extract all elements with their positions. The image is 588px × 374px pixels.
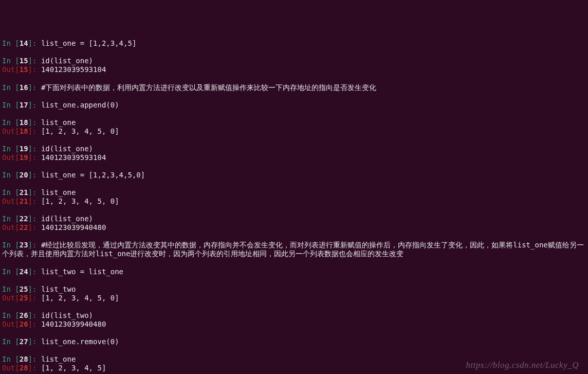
in-prompt-number: 24 xyxy=(20,268,28,276)
in-prompt-prefix: In [ xyxy=(2,311,20,319)
in-prompt-suffix: ]: xyxy=(28,355,41,363)
in-code: list_two = list_one xyxy=(41,268,123,276)
in-prompt-number: 14 xyxy=(20,39,28,47)
blank-line xyxy=(2,48,588,57)
in-code: id(list_one) xyxy=(41,215,93,223)
out-value: 140123039593104 xyxy=(41,153,106,162)
out-prompt-prefix: Out[ xyxy=(2,65,20,74)
in-prompt-suffix: ]: xyxy=(28,215,41,223)
out-prompt-suffix: ]: xyxy=(28,127,41,135)
in-line: In [19]: id(list_one) xyxy=(2,145,588,153)
in-line: In [18]: list_one xyxy=(2,118,588,127)
in-code: id(list_two) xyxy=(41,311,93,319)
in-prompt-number: 15 xyxy=(20,57,28,65)
in-prompt-number: 25 xyxy=(20,285,28,293)
in-prompt-suffix: ]: xyxy=(28,241,41,249)
out-prompt-number: 15 xyxy=(20,65,28,74)
in-prompt-suffix: ]: xyxy=(28,311,41,319)
out-prompt-suffix: ]: xyxy=(28,223,41,231)
in-prompt-prefix: In [ xyxy=(2,171,20,179)
in-line: In [28]: list_one xyxy=(2,355,588,364)
in-line: In [24]: list_two = list_one xyxy=(2,268,588,276)
in-code: list_one = [1,2,3,4,5,0] xyxy=(41,171,145,179)
blank-line xyxy=(2,110,588,118)
out-prompt-number: 21 xyxy=(20,197,28,205)
out-line: Out[25]: [1, 2, 3, 4, 5, 0] xyxy=(2,294,588,302)
in-code: list_one xyxy=(41,355,76,363)
in-prompt-prefix: In [ xyxy=(2,285,20,293)
in-prompt-number: 22 xyxy=(20,215,28,223)
out-prompt-number: 28 xyxy=(20,364,28,372)
in-prompt-suffix: ]: xyxy=(28,39,41,47)
out-prompt-prefix: Out[ xyxy=(2,197,20,205)
out-prompt-suffix: ]: xyxy=(28,153,41,162)
out-prompt-prefix: Out[ xyxy=(2,223,20,231)
in-prompt-prefix: In [ xyxy=(2,355,20,363)
in-code: id(list_one) xyxy=(41,57,93,65)
out-prompt-number: 26 xyxy=(20,320,28,328)
blank-line xyxy=(2,136,588,145)
out-prompt-prefix: Out[ xyxy=(2,320,20,328)
out-prompt-number: 19 xyxy=(20,153,28,162)
out-line: Out[21]: [1, 2, 3, 4, 5, 0] xyxy=(2,197,588,206)
out-value: 140123039940480 xyxy=(41,320,106,328)
out-line: Out[28]: [1, 2, 3, 4, 5] xyxy=(2,364,588,372)
blank-line xyxy=(2,232,588,241)
in-prompt-suffix: ]: xyxy=(28,145,41,153)
out-line: Out[26]: 140123039940480 xyxy=(2,320,588,329)
out-line: Out[19]: 140123039593104 xyxy=(2,153,588,162)
in-prompt-prefix: In [ xyxy=(2,101,20,109)
in-line: In [25]: list_two xyxy=(2,285,588,294)
in-prompt-prefix: In [ xyxy=(2,268,20,276)
in-prompt-suffix: ]: xyxy=(28,83,41,92)
out-value: [1, 2, 3, 4, 5, 0] xyxy=(41,127,119,135)
out-prompt-suffix: ]: xyxy=(28,320,41,328)
in-code: list_one xyxy=(41,118,76,127)
in-prompt-prefix: In [ xyxy=(2,188,20,197)
out-line: Out[15]: 140123039593104 xyxy=(2,65,588,74)
in-prompt-suffix: ]: xyxy=(28,57,41,65)
out-value: [1, 2, 3, 4, 5] xyxy=(41,364,106,372)
in-prompt-suffix: ]: xyxy=(28,337,41,346)
out-prompt-suffix: ]: xyxy=(28,294,41,302)
in-prompt-prefix: In [ xyxy=(2,39,20,47)
in-prompt-number: 28 xyxy=(20,355,28,363)
out-line: Out[18]: [1, 2, 3, 4, 5, 0] xyxy=(2,127,588,136)
in-line: In [17]: list_one.append(0) xyxy=(2,101,588,110)
out-line: Out[22]: 140123039940480 xyxy=(2,223,588,232)
blank-line xyxy=(2,180,588,188)
in-prompt-prefix: In [ xyxy=(2,337,20,346)
in-prompt-number: 21 xyxy=(20,188,28,197)
blank-line xyxy=(2,302,588,311)
blank-line xyxy=(2,162,588,171)
in-prompt-suffix: ]: xyxy=(28,101,41,109)
ipython-terminal[interactable]: In [14]: list_one = [1,2,3,4,5]In [15]: … xyxy=(2,39,588,374)
out-value: [1, 2, 3, 4, 5, 0] xyxy=(41,197,119,205)
in-line: In [15]: id(list_one) xyxy=(2,57,588,65)
in-code: id(list_one) xyxy=(41,145,93,153)
out-value: 140123039940480 xyxy=(41,223,106,231)
in-line: In [21]: list_one xyxy=(2,188,588,197)
in-prompt-number: 16 xyxy=(20,83,28,92)
out-prompt-number: 22 xyxy=(20,223,28,231)
in-prompt-number: 20 xyxy=(20,171,28,179)
blank-line xyxy=(2,75,588,83)
blank-line xyxy=(2,329,588,337)
out-prompt-suffix: ]: xyxy=(28,65,41,74)
blank-line xyxy=(2,276,588,285)
in-prompt-prefix: In [ xyxy=(2,118,20,127)
in-prompt-suffix: ]: xyxy=(28,188,41,197)
out-prompt-prefix: Out[ xyxy=(2,153,20,162)
in-line: In [26]: id(list_two) xyxy=(2,311,588,320)
in-prompt-number: 23 xyxy=(20,241,28,249)
in-prompt-prefix: In [ xyxy=(2,241,20,249)
in-prompt-suffix: ]: xyxy=(28,118,41,127)
in-prompt-number: 19 xyxy=(20,145,28,153)
out-prompt-prefix: Out[ xyxy=(2,364,20,372)
in-line: In [23]: #经过比较后发现，通过内置方法改变其中的数据，内存指向并不会发… xyxy=(2,241,588,258)
in-prompt-suffix: ]: xyxy=(28,171,41,179)
in-prompt-prefix: In [ xyxy=(2,215,20,223)
blank-line xyxy=(2,346,588,355)
in-prompt-number: 18 xyxy=(20,118,28,127)
blank-line xyxy=(2,259,588,268)
